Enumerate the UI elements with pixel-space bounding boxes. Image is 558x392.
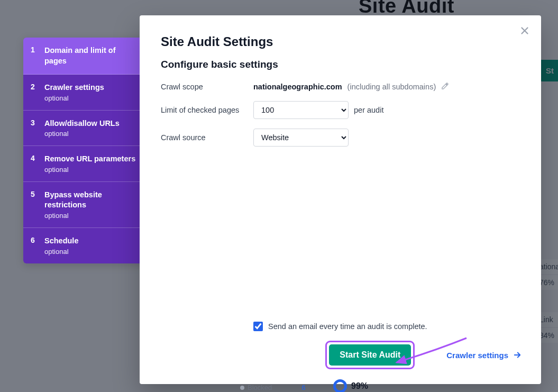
step-number: 6 xyxy=(31,236,37,256)
crawler-settings-label: Crawler settings xyxy=(446,351,508,360)
steps-sidebar: 1 Domain and limit of pages 2 Crawler se… xyxy=(23,38,147,263)
source-row: Crawl source Website xyxy=(161,129,522,147)
source-label: Crawl source xyxy=(161,133,253,142)
sidebar-item-allow-disallow[interactable]: 3 Allow/disallow URLs optional xyxy=(23,111,147,147)
sidebar-item-label: Schedule xyxy=(44,236,139,247)
sidebar-item-label: Domain and limit of pages xyxy=(44,45,139,66)
modal-title: Site Audit Settings xyxy=(161,34,522,49)
source-select[interactable]: Website xyxy=(253,129,349,147)
step-number: 5 xyxy=(31,190,37,220)
limit-label: Limit of checked pages xyxy=(161,106,253,114)
email-checkbox-row[interactable]: Send an email every time an audit is com… xyxy=(253,322,427,331)
close-icon[interactable] xyxy=(519,25,530,39)
crawl-scope-label: Crawl scope xyxy=(161,83,253,91)
start-site-audit-button[interactable]: Start Site Audit xyxy=(329,344,411,366)
limit-suffix: per audit xyxy=(354,106,383,114)
crawler-settings-link[interactable]: Crawler settings xyxy=(446,350,522,360)
sidebar-item-remove-params[interactable]: 4 Remove URL parameters optional xyxy=(23,146,147,182)
limit-row: Limit of checked pages 100 per audit xyxy=(161,101,522,119)
crawl-scope-domain: nationalgeographic.com xyxy=(253,83,342,91)
start-button-highlight: Start Site Audit xyxy=(325,341,415,369)
limit-select[interactable]: 100 xyxy=(253,101,349,119)
step-number: 3 xyxy=(31,118,37,138)
email-checkbox-label: Send an email every time an audit is com… xyxy=(268,322,427,331)
email-checkbox[interactable] xyxy=(253,322,263,331)
sidebar-item-optional: optional xyxy=(44,248,139,256)
arrow-right-icon xyxy=(513,350,522,360)
modal-subtitle: Configure basic settings xyxy=(161,59,522,70)
bg-blocked-row: Blocked 6 xyxy=(240,384,305,391)
sidebar-item-optional: optional xyxy=(44,166,139,174)
step-number: 2 xyxy=(31,83,37,102)
step-number: 1 xyxy=(31,45,37,66)
edit-icon[interactable] xyxy=(441,82,449,92)
sidebar-item-label: Allow/disallow URLs xyxy=(44,118,139,129)
sidebar-item-crawler-settings[interactable]: 2 Crawler settings optional xyxy=(23,75,147,111)
sidebar-item-optional: optional xyxy=(44,212,139,220)
sidebar-item-optional: optional xyxy=(44,130,139,138)
sidebar-item-label: Remove URL parameters xyxy=(44,154,139,165)
step-number: 4 xyxy=(31,154,37,174)
sidebar-item-label: Crawler settings xyxy=(44,83,139,93)
sidebar-item-domain-limit[interactable]: 1 Domain and limit of pages xyxy=(23,38,147,75)
sidebar-item-schedule[interactable]: 6 Schedule optional xyxy=(23,228,147,263)
settings-modal: Site Audit Settings Configure basic sett… xyxy=(140,15,541,384)
crawl-scope-row: Crawl scope nationalgeographic.com (incl… xyxy=(161,82,522,92)
sidebar-item-bypass-restrictions[interactable]: 5 Bypass website restrictions optional xyxy=(23,182,147,228)
crawl-scope-note: (including all subdomains) xyxy=(347,83,436,91)
bg-donut: 99% xyxy=(333,379,368,392)
sidebar-item-optional: optional xyxy=(44,94,139,102)
sidebar-item-label: Bypass website restrictions xyxy=(44,190,139,211)
